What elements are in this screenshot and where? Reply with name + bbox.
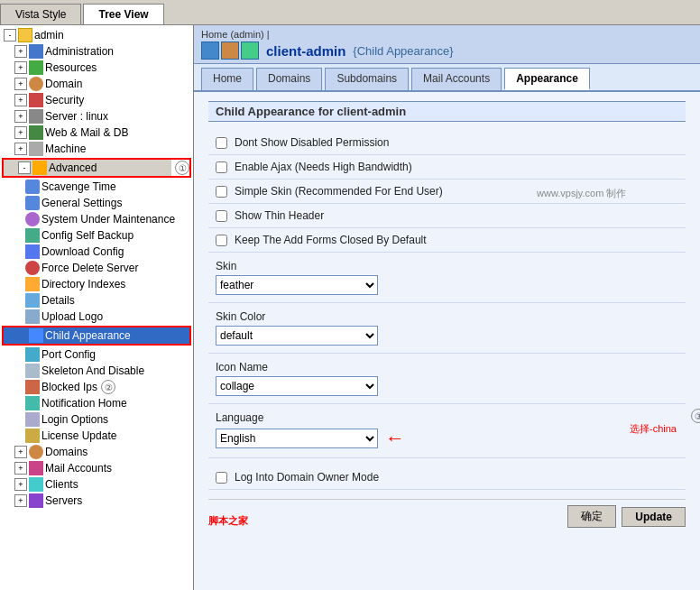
tree-item-advanced[interactable]: - Advanced xyxy=(4,160,171,176)
expander-administration[interactable]: + xyxy=(14,45,27,58)
expander-clients[interactable]: + xyxy=(14,478,27,491)
tree-item-license-update[interactable]: License Update xyxy=(0,428,193,444)
expander-admin[interactable]: - xyxy=(4,29,16,41)
page-title-bar: client-admin {Child Appearance} xyxy=(201,41,693,60)
tree-item-scavenge-time[interactable]: Scavenge Time xyxy=(0,179,193,195)
skin-field: Skin feather default classic xyxy=(208,253,686,303)
tree-item-blocked-ips[interactable]: Blocked Ips ② xyxy=(0,379,193,395)
tree-item-directory-indexes[interactable]: Directory Indexes xyxy=(0,276,193,292)
checkbox-enable-ajax[interactable] xyxy=(216,161,227,173)
tree-item-system-maintenance[interactable]: System Under Maintenance xyxy=(0,211,193,227)
tree-item-admin[interactable]: - admin xyxy=(0,27,193,43)
tree-item-administration[interactable]: + Administration xyxy=(0,43,193,60)
tree-item-domains[interactable]: + Domains xyxy=(0,444,193,460)
tree-label-scavenge: Scavenge Time xyxy=(41,180,116,193)
tab-subdomains[interactable]: Subdomains xyxy=(325,68,409,90)
tree-item-skeleton[interactable]: Skeleton And Disable xyxy=(0,363,193,379)
language-select[interactable]: English Chinese French xyxy=(216,429,378,448)
icon-name-label: Icon Name xyxy=(216,361,678,373)
tab-home[interactable]: Home xyxy=(201,68,253,90)
license-icon xyxy=(25,429,40,443)
label-keep-forms: Keep The Add Forms Closed By Default xyxy=(235,234,427,246)
tree-item-machine[interactable]: + Machine xyxy=(0,141,193,157)
vista-style-tab[interactable]: Vista Style xyxy=(0,4,81,24)
tree-item-web-mail-db[interactable]: + Web & Mail & DB xyxy=(0,124,193,141)
expander-resources[interactable]: + xyxy=(14,61,27,74)
skin-color-select[interactable]: default blue green xyxy=(216,326,378,346)
tree-item-force-delete[interactable]: Force Delete Server xyxy=(0,260,193,276)
sidebar: - admin + Administration + Resources xyxy=(0,25,194,590)
tree-label-administration: Administration xyxy=(45,45,114,58)
expander-security[interactable]: + xyxy=(14,94,27,106)
tree-item-child-appearance[interactable]: Child Appearance xyxy=(4,327,189,344)
red-arrow: ← xyxy=(385,427,405,450)
general-icon xyxy=(25,196,40,210)
upload-icon xyxy=(25,309,40,324)
label-enable-ajax: Enable Ajax (Needs High Bandwidth) xyxy=(235,161,412,173)
tree-item-security[interactable]: + Security xyxy=(0,92,193,108)
tree-item-mail-accounts[interactable]: + Mail Accounts xyxy=(0,460,193,476)
tree-label-domains: Domains xyxy=(45,446,88,458)
expander-advanced[interactable]: - xyxy=(18,161,31,174)
checkbox-simple-skin[interactable] xyxy=(216,186,227,198)
tree-label-upload: Upload Logo xyxy=(41,310,103,323)
tree-label-blocked: Blocked Ips xyxy=(41,381,97,393)
confirm-button[interactable]: 确定 xyxy=(567,505,616,528)
tree-label-admin: admin xyxy=(34,29,64,41)
update-button[interactable]: Update xyxy=(622,507,686,527)
expander-machine[interactable]: + xyxy=(14,143,27,155)
tree-item-port-config[interactable]: Port Config xyxy=(0,346,193,363)
expander-domain[interactable]: + xyxy=(14,78,27,90)
checkbox-keep-forms[interactable] xyxy=(216,235,227,246)
icon-name-select[interactable]: collage default xyxy=(216,376,378,396)
tree-label-notification: Notification Home xyxy=(41,397,127,410)
expander-webmaildb[interactable]: + xyxy=(14,126,27,139)
tree-item-domain[interactable]: + Domain xyxy=(0,76,193,92)
page-title-icons xyxy=(201,41,259,60)
expander-domains[interactable]: + xyxy=(14,446,27,458)
tree-item-download-config[interactable]: Download Config xyxy=(0,244,193,260)
tree-item-notification[interactable]: Notification Home xyxy=(0,395,193,411)
checkbox-thin-header[interactable] xyxy=(216,210,227,222)
tree-label-security: Security xyxy=(45,94,84,106)
tree-label-directory: Directory Indexes xyxy=(41,278,125,290)
machine-icon xyxy=(29,142,43,156)
form-area: Child Appearance for client-admin Dont S… xyxy=(194,92,700,537)
tree-item-servers[interactable]: + Servers xyxy=(0,493,193,509)
nav-tabs: Home Domains Subdomains Mail Accounts Ap… xyxy=(194,64,700,92)
skeleton-icon xyxy=(25,364,40,378)
domain-icon xyxy=(29,77,43,91)
tree-label-clients: Clients xyxy=(45,478,78,491)
tree-item-config-backup[interactable]: Config Self Backup xyxy=(0,227,193,244)
tree-item-server-linux[interactable]: + Server : linux xyxy=(0,108,193,124)
label-thin-header: Show Thin Header xyxy=(235,209,324,222)
checkbox-login-domain[interactable] xyxy=(216,472,227,484)
tree-item-clients[interactable]: + Clients xyxy=(0,476,193,493)
tab-domains[interactable]: Domains xyxy=(256,68,322,90)
tree-label-child-appearance: Child Appearance xyxy=(45,329,131,342)
expander-server[interactable]: + xyxy=(14,110,27,123)
tree-item-details[interactable]: Details xyxy=(0,292,193,309)
expander-mail[interactable]: + xyxy=(14,462,27,475)
tree-item-general-settings[interactable]: General Settings xyxy=(0,195,193,211)
skin-color-field: Skin Color default blue green xyxy=(208,303,686,354)
scavenge-icon xyxy=(25,180,40,194)
tab-mail-accounts[interactable]: Mail Accounts xyxy=(411,68,502,90)
tree-label-advanced: Advanced xyxy=(49,161,97,174)
download-icon xyxy=(25,244,40,259)
tree-item-upload-logo[interactable]: Upload Logo xyxy=(0,309,193,325)
tree-item-resources[interactable]: + Resources xyxy=(0,60,193,76)
tab-appearance[interactable]: Appearance xyxy=(504,68,590,90)
domains-icon xyxy=(29,445,43,459)
tree-view-tab[interactable]: Tree View xyxy=(83,4,163,24)
db-icon xyxy=(29,125,43,140)
section-title: Child Appearance for client-admin xyxy=(208,101,686,122)
skin-select[interactable]: feather default classic xyxy=(216,275,378,295)
force-delete-icon xyxy=(25,261,40,275)
expander-servers[interactable]: + xyxy=(14,494,27,507)
checkbox-dont-show[interactable] xyxy=(216,137,227,149)
checkbox-row-thin-header: Show Thin Header www.vpsjy.com 制作 xyxy=(208,204,686,228)
tree-item-login-options[interactable]: Login Options xyxy=(0,411,193,428)
title-icon-1 xyxy=(201,41,219,60)
page-title: client-admin xyxy=(266,43,345,59)
